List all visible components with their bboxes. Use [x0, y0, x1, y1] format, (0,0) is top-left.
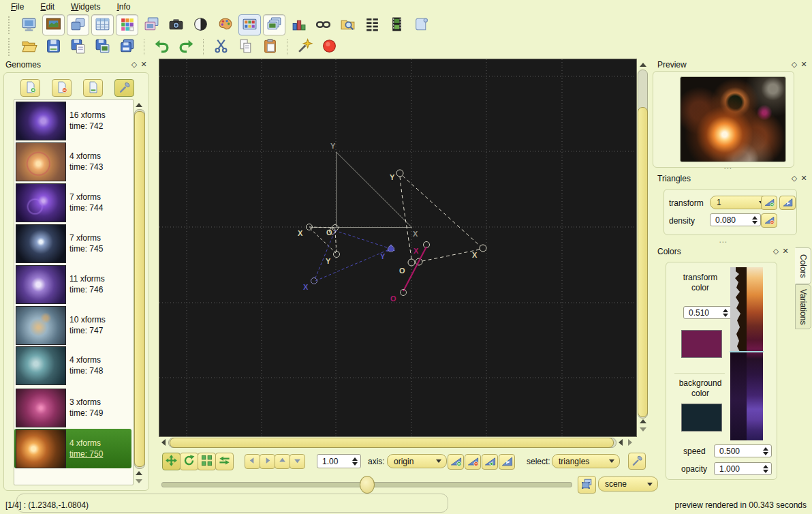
main-window-button[interactable]	[18, 14, 40, 35]
close-icon[interactable]: ✕	[139, 60, 149, 69]
wand-button[interactable]	[294, 36, 316, 57]
transform-color-swatch[interactable]	[681, 330, 722, 358]
rotate-mode-button[interactable]	[180, 453, 198, 470]
open-button[interactable]	[18, 36, 40, 57]
snapshot-button[interactable]	[165, 14, 187, 35]
delete-triangle-button[interactable]	[465, 454, 481, 470]
toolbar-handle[interactable]	[8, 38, 13, 56]
density-spinner[interactable]: 0.080	[710, 213, 761, 226]
nudge-right-button[interactable]	[260, 454, 275, 469]
menu-info[interactable]: Info	[110, 1, 137, 13]
list-item[interactable]: 4 xformstime: 748	[14, 346, 131, 385]
canvas-scroll-left-button[interactable]	[159, 437, 168, 447]
add-triangle-button[interactable]	[448, 454, 464, 470]
scale-mode-button[interactable]	[198, 453, 216, 470]
save-all-button[interactable]	[116, 36, 138, 57]
list-item[interactable]: 11 xformstime: 746	[14, 264, 131, 304]
widgets-button[interactable]	[67, 14, 89, 35]
contrast-button[interactable]	[189, 14, 212, 35]
menu-edit[interactable]: Edit	[33, 1, 61, 13]
float-icon[interactable]: ◇	[790, 60, 799, 69]
final-transform-button[interactable]: F	[779, 196, 796, 210]
spinner-arrows-icon[interactable]	[352, 457, 358, 466]
spinner-arrows-icon[interactable]	[763, 465, 768, 473]
tab-variations[interactable]: Variations	[795, 284, 811, 329]
canvas-scroll-up-button[interactable]	[638, 60, 648, 69]
scene-widget-button[interactable]	[578, 476, 596, 494]
move-mode-button[interactable]	[162, 453, 181, 470]
spinner-arrows-icon[interactable]	[763, 447, 768, 455]
genome-table-button[interactable]	[91, 14, 114, 35]
save-button[interactable]	[42, 36, 65, 57]
canvas-vscrollbar-thumb[interactable]	[638, 107, 648, 417]
selection-mode-select[interactable]: triangles	[552, 454, 620, 468]
transform-color-spinner[interactable]: 0.510	[683, 306, 732, 319]
new-genome-button[interactable]	[20, 79, 40, 97]
nudge-up-button[interactable]	[275, 454, 290, 469]
undo-button[interactable]	[151, 36, 173, 57]
opacity-spinner[interactable]: 1.000	[714, 462, 772, 475]
color-table-button[interactable]	[238, 14, 261, 35]
xform-editor-canvas[interactable]: Y X X O Y	[159, 59, 637, 437]
move-amount-spinner[interactable]: 1.00	[317, 454, 361, 468]
list-item[interactable]: 7 xformstime: 745	[14, 224, 131, 263]
editor-settings-button[interactable]	[628, 453, 646, 470]
paste-button[interactable]	[259, 36, 281, 57]
image-settings-button[interactable]	[42, 14, 65, 35]
image-stack-button[interactable]	[263, 14, 285, 35]
duplicate-triangle-button[interactable]	[482, 454, 498, 470]
toolbar-handle[interactable]	[8, 16, 13, 34]
scene-slider-handle[interactable]	[360, 476, 375, 494]
speed-spinner[interactable]: 0.500	[714, 444, 772, 457]
scroll-up-button[interactable]	[134, 469, 144, 477]
scene-select[interactable]: scene	[598, 477, 658, 492]
genome-status-button[interactable]	[83, 79, 103, 97]
canvas-scroll-down-button[interactable]	[638, 425, 648, 434]
dock-splitter[interactable]: ⋯	[723, 164, 732, 173]
genome-scrollbar-thumb[interactable]	[134, 111, 145, 467]
palette-gradient[interactable]	[730, 267, 764, 442]
spinner-arrows-icon[interactable]	[723, 309, 728, 317]
float-icon[interactable]: ◇	[790, 174, 799, 183]
chain-button[interactable]	[312, 14, 334, 35]
list-view-button[interactable]	[361, 14, 384, 35]
axis-select[interactable]: origin	[387, 454, 447, 468]
chart-button[interactable]	[287, 14, 310, 35]
close-icon[interactable]: ✕	[781, 247, 790, 256]
list-item[interactable]: 7 xformstime: 744	[14, 183, 131, 222]
close-icon[interactable]: ✕	[799, 174, 809, 183]
save-image-button[interactable]	[91, 36, 114, 57]
genome-config-button[interactable]	[114, 79, 134, 97]
cut-button[interactable]	[210, 36, 232, 57]
list-item[interactable]: 16 xformstime: 742	[14, 101, 131, 140]
save-as-button[interactable]	[67, 36, 89, 57]
post-triangle-button[interactable]: P	[499, 454, 515, 470]
menu-widgets[interactable]: Widgets	[64, 1, 107, 13]
palette-grid-button[interactable]	[116, 14, 138, 35]
delete-genome-button[interactable]	[52, 79, 72, 97]
filmstrip-button[interactable]	[386, 14, 408, 35]
list-item[interactable]: 3 xformstime: 749	[14, 388, 131, 427]
canvas-scroll-up-button[interactable]	[638, 417, 648, 425]
menu-file[interactable]: File	[4, 1, 31, 13]
nudge-left-button[interactable]	[245, 454, 260, 469]
background-color-swatch[interactable]	[681, 404, 722, 432]
scroll-down-button[interactable]	[134, 477, 144, 485]
duplicate-flame-button[interactable]	[140, 14, 163, 35]
canvas-hscrollbar-thumb[interactable]	[170, 438, 614, 448]
spinner-arrows-icon[interactable]	[752, 216, 758, 224]
close-icon[interactable]: ✕	[799, 60, 809, 69]
script-button[interactable]	[410, 14, 433, 35]
list-item[interactable]: 4 xformstime: 743	[14, 142, 131, 181]
list-item-selected[interactable]: 4 xformstime: 750	[14, 429, 131, 468]
render-stop-button[interactable]	[318, 36, 341, 57]
palette-button[interactable]	[214, 14, 236, 35]
add-transform-button[interactable]	[761, 196, 777, 210]
redo-button[interactable]	[175, 36, 198, 57]
copy-button[interactable]	[234, 36, 257, 57]
remove-transform-button[interactable]	[761, 213, 777, 228]
scroll-up-button[interactable]	[134, 100, 144, 109]
list-item[interactable]: 10 xformstime: 747	[14, 305, 131, 345]
tab-colors[interactable]: Colors	[795, 247, 811, 284]
flip-mode-button[interactable]	[215, 453, 234, 470]
